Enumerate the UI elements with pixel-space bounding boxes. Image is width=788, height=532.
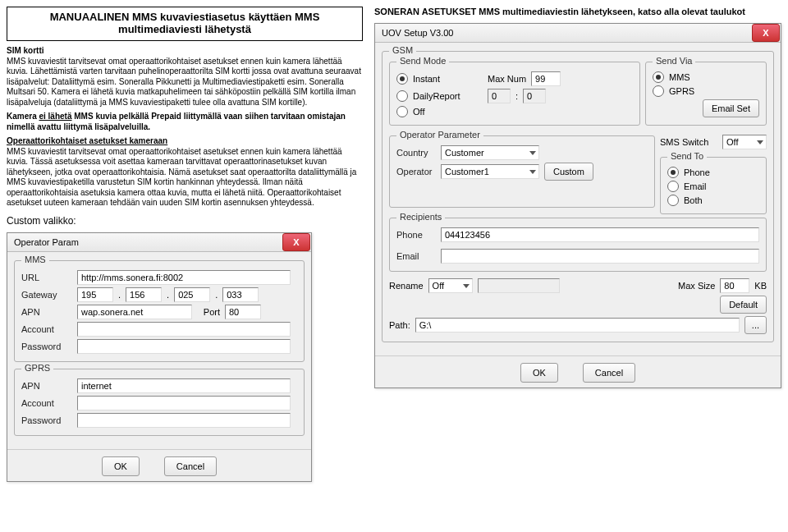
group-sendto: Send To Phone Email Both [660,157,767,214]
input-gprs-account[interactable] [77,396,291,410]
emailset-button[interactable]: Email Set [703,99,759,117]
group-operator-param-label: Operator Parameter [396,130,483,140]
group-gprs: GPRS APN Account Password [14,369,305,436]
group-gsm-label: GSM [389,45,416,55]
group-sendmode: Send Mode Instant Max Num DailyReport [389,62,640,126]
combo-rename[interactable]: Off [428,278,473,293]
input-maxnum[interactable] [531,71,561,86]
dialog-title: Operator Param [14,237,79,247]
ok-button[interactable]: OK [102,456,140,476]
lbl-url: URL [21,273,72,282]
dialog-title: UOV Setup V3.00 [382,28,453,38]
input-rcpt-email[interactable] [441,249,759,264]
titlebar: UOV Setup V3.00 X [375,24,781,43]
input-mms-apn[interactable] [77,305,192,319]
group-mms: MMS URL Gateway . . . [14,260,305,362]
radio-instant[interactable] [396,73,408,85]
title-line-2: multimediaviesti lähetystä [118,23,251,35]
lbl-sendto-phone: Phone [684,167,710,177]
title-line-1: MANUAALINEN MMS kuvaviestiasetus käyttäe… [50,11,320,23]
input-mms-password[interactable] [77,339,291,354]
radio-sendto-both[interactable] [667,195,679,206]
default-button[interactable]: Default [720,296,767,314]
lbl-sendvia-gprs: GPRS [669,86,694,96]
para-sim-body: MMS kuvaviestit tarvitsevat omat operaat… [7,57,361,107]
lbl-maxsize: Max Size [678,281,715,291]
lbl-sendto-email: Email [684,181,707,191]
input-gw-1[interactable] [126,287,162,302]
browse-button[interactable]: ... [744,316,767,334]
lbl-gprs-account: Account [21,398,72,408]
lbl-sendmode-off: Off [413,107,424,117]
dialog-operator-param: Operator Param X MMS URL Gateway . . [7,232,312,482]
para-prepaid-a: Kamera [7,112,39,121]
close-icon[interactable]: X [282,233,310,251]
input-path[interactable] [415,318,740,332]
lbl-rename: Rename [389,281,424,291]
heading-operator: Operaattorikohtaiset asetukset kameraan [7,136,167,145]
radio-sendto-email[interactable] [667,181,679,192]
group-recipients-label: Recipients [396,212,445,222]
cancel-button[interactable]: Cancel [164,456,217,476]
lbl-sendvia-mms: MMS [669,72,690,82]
para-prepaid-b: ei lähetä [39,112,71,121]
close-icon[interactable]: X [752,24,780,42]
input-gprs-apn[interactable] [77,378,291,393]
lbl-sendto-both: Both [684,195,703,205]
lbl-kb: KB [754,281,767,291]
heading-custom-menu: Custom valikko: [7,215,76,227]
input-url[interactable] [77,270,291,285]
group-sendmode-label: Send Mode [396,56,449,66]
radio-off[interactable] [396,106,408,117]
lbl-mms-password: Password [21,342,72,351]
para-operator-body: MMS kuvaviestit tarvitsevat omat operaat… [7,147,356,208]
radio-sendto-phone[interactable] [667,167,679,178]
radio-dailyreport[interactable] [396,90,408,102]
left-title-box: MANUAALINEN MMS kuvaviestiasetus käyttäe… [7,7,363,41]
group-sendto-label: Send To [667,151,707,161]
input-daily-m[interactable] [523,89,546,103]
group-sendvia: Send Via MMS GPRS Email Set [645,62,767,126]
lbl-operator: Operator [396,167,436,177]
group-operator-param: Operator Parameter Country Customer Oper… [389,135,655,208]
input-gw-0[interactable] [77,287,113,302]
titlebar: Operator Param X [7,233,311,252]
group-gprs-label: GPRS [21,363,53,373]
lbl-gprs-apn: APN [21,381,72,391]
input-rename-value[interactable] [478,278,560,293]
lbl-gprs-password: Password [21,415,72,425]
lbl-port: Port [197,307,220,317]
lbl-instant: Instant [413,74,483,84]
input-rcpt-phone[interactable] [441,227,759,242]
input-maxsize[interactable] [720,278,749,293]
input-daily-h[interactable] [488,89,511,103]
lbl-gateway: Gateway [21,290,72,300]
ok-button[interactable]: OK [520,363,558,383]
input-mms-port[interactable] [225,305,261,319]
combo-operator[interactable]: Customer1 [441,164,539,179]
radio-mms[interactable] [653,71,664,83]
input-mms-account[interactable] [77,322,291,337]
group-gsm: GSM Send Mode Instant Max Num [382,51,774,342]
lbl-mms-account: Account [21,324,72,334]
combo-sms-switch[interactable]: Off [722,135,767,149]
input-gw-2[interactable] [174,287,210,302]
lbl-apn: APN [21,307,72,317]
group-sendvia-label: Send Via [653,56,695,66]
right-heading: SONERAN ASETUKSET MMS multimediaviestin … [374,7,781,16]
input-gw-3[interactable] [222,287,259,302]
lbl-rcpt-email: Email [396,251,436,261]
lbl-dailyreport: DailyReport [413,91,483,101]
cancel-button[interactable]: Cancel [583,363,635,383]
lbl-rcpt-phone: Phone [396,230,436,240]
lbl-country: Country [396,148,436,158]
lbl-sms-switch: SMS Switch [660,137,708,147]
group-recipients: Recipients Phone Email [389,218,767,272]
dialog-uov-setup: UOV Setup V3.00 X GSM Send Mode Instant … [374,23,781,388]
lbl-maxnum: Max Num [488,74,526,84]
group-mms-label: MMS [21,255,49,264]
custom-button[interactable]: Custom [544,163,593,181]
radio-gprs[interactable] [653,85,664,97]
combo-country[interactable]: Customer [441,145,539,160]
input-gprs-password[interactable] [77,413,291,428]
